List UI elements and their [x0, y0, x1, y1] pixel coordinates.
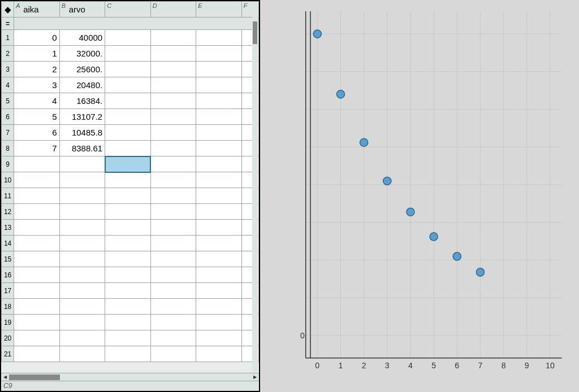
cell[interactable]: [150, 172, 196, 188]
cell[interactable]: [150, 46, 196, 62]
cell[interactable]: [59, 283, 105, 299]
cell[interactable]: [150, 125, 196, 141]
cell[interactable]: [105, 172, 151, 188]
cell[interactable]: [105, 330, 151, 346]
cell[interactable]: [150, 330, 196, 346]
cell[interactable]: [150, 204, 196, 220]
scatter-chart[interactable]: 0123456789100: [283, 6, 568, 375]
cell[interactable]: [59, 346, 105, 362]
cell[interactable]: [150, 77, 196, 93]
cell[interactable]: 1: [14, 46, 60, 62]
cell[interactable]: [59, 156, 105, 172]
cell[interactable]: [14, 283, 60, 299]
row-header[interactable]: 1: [2, 30, 14, 46]
row-header[interactable]: 12: [2, 204, 14, 220]
cell[interactable]: [105, 188, 151, 204]
cell[interactable]: [105, 251, 151, 267]
col-header-b[interactable]: Barvo: [59, 2, 105, 18]
cell[interactable]: [105, 220, 151, 236]
cell[interactable]: [150, 267, 196, 283]
cell[interactable]: 3: [14, 77, 60, 93]
cell[interactable]: 13107.2: [59, 109, 105, 125]
cell[interactable]: [59, 204, 105, 220]
cell[interactable]: [105, 315, 151, 330]
row-header[interactable]: 3: [2, 62, 14, 77]
cell[interactable]: [105, 46, 151, 62]
cell[interactable]: [105, 204, 151, 220]
row-header[interactable]: 13: [2, 220, 14, 236]
cell[interactable]: [105, 141, 151, 156]
cell[interactable]: [59, 172, 105, 188]
cell[interactable]: [14, 156, 60, 172]
cell[interactable]: [14, 204, 60, 220]
cell[interactable]: [59, 188, 105, 204]
cell[interactable]: [105, 30, 151, 46]
cell[interactable]: [105, 109, 151, 125]
hscroll-thumb[interactable]: [9, 374, 60, 380]
cell[interactable]: [14, 330, 60, 346]
spreadsheet-grid[interactable]: ◆ Aaika Barvo C D E F = 10400002132000.3…: [1, 1, 259, 373]
cell[interactable]: 16384.: [59, 93, 105, 109]
cell[interactable]: [196, 62, 242, 77]
cell[interactable]: [14, 236, 60, 251]
cell[interactable]: 5: [14, 109, 60, 125]
row-header[interactable]: 20: [2, 330, 14, 346]
cell[interactable]: [59, 267, 105, 283]
cell[interactable]: [196, 188, 242, 204]
row-header[interactable]: 8: [2, 141, 14, 156]
cell[interactable]: [105, 236, 151, 251]
cell[interactable]: [196, 156, 242, 172]
cell[interactable]: [14, 188, 60, 204]
cell[interactable]: 40000: [59, 30, 105, 46]
cell[interactable]: 4: [14, 93, 60, 109]
cell[interactable]: [196, 251, 242, 267]
col-header-c[interactable]: C: [105, 2, 151, 18]
cell[interactable]: [59, 299, 105, 315]
row-header[interactable]: 17: [2, 283, 14, 299]
cell[interactable]: [14, 251, 60, 267]
hscroll-right-arrow[interactable]: ▶: [252, 374, 258, 380]
cell[interactable]: [196, 220, 242, 236]
cell[interactable]: [196, 93, 242, 109]
cell[interactable]: [196, 315, 242, 330]
cell[interactable]: [14, 315, 60, 330]
cell[interactable]: [150, 30, 196, 46]
row-header[interactable]: 2: [2, 46, 14, 62]
hscroll-left-arrow[interactable]: ◀: [2, 374, 8, 380]
cell[interactable]: [59, 315, 105, 330]
vertical-scrollbar[interactable]: [252, 15, 258, 372]
col-header-e[interactable]: E: [196, 2, 242, 18]
cell[interactable]: [196, 77, 242, 93]
cell[interactable]: 7: [14, 141, 60, 156]
cell[interactable]: [150, 220, 196, 236]
cell[interactable]: [59, 251, 105, 267]
cell[interactable]: [59, 330, 105, 346]
cell[interactable]: [196, 172, 242, 188]
cell[interactable]: [150, 156, 196, 172]
cell[interactable]: [196, 299, 242, 315]
row-header[interactable]: 19: [2, 315, 14, 330]
cell[interactable]: [150, 315, 196, 330]
row-header[interactable]: 18: [2, 299, 14, 315]
cell[interactable]: 10485.8: [59, 125, 105, 141]
cell[interactable]: [14, 220, 60, 236]
row-header[interactable]: 16: [2, 267, 14, 283]
row-header[interactable]: 15: [2, 251, 14, 267]
formula-input[interactable]: [14, 18, 259, 30]
cell[interactable]: [105, 125, 151, 141]
cell[interactable]: [196, 46, 242, 62]
row-header[interactable]: 4: [2, 77, 14, 93]
cell[interactable]: [150, 236, 196, 251]
cell[interactable]: [105, 156, 151, 172]
row-header[interactable]: 10: [2, 172, 14, 188]
col-header-d[interactable]: D: [150, 2, 196, 18]
row-header[interactable]: 21: [2, 346, 14, 362]
row-header[interactable]: 11: [2, 188, 14, 204]
cell[interactable]: [105, 93, 151, 109]
cell[interactable]: [150, 346, 196, 362]
row-header[interactable]: 6: [2, 109, 14, 125]
cell[interactable]: [105, 283, 151, 299]
cell[interactable]: [196, 141, 242, 156]
cell[interactable]: [196, 267, 242, 283]
corner-cell[interactable]: ◆: [2, 2, 14, 18]
